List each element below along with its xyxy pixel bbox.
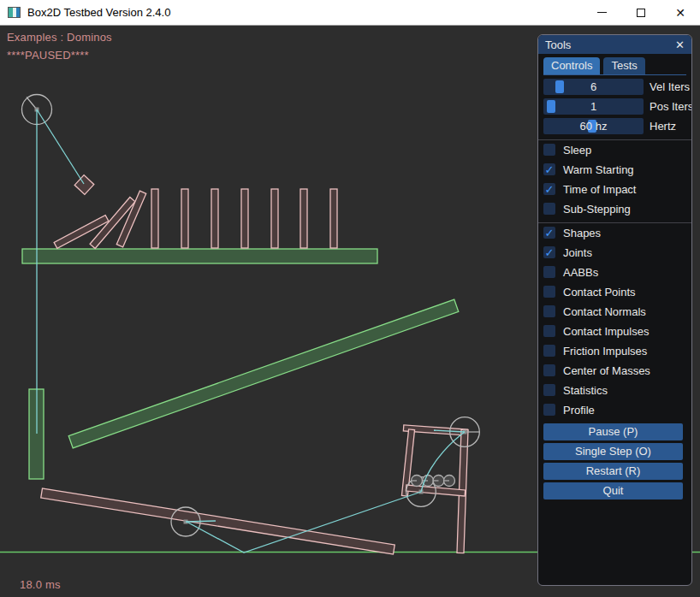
standing-domino-1 (151, 189, 158, 248)
checkbox[interactable]: ✓ (543, 246, 555, 258)
slider-track[interactable]: 6 (543, 79, 644, 95)
app-icon (8, 7, 21, 18)
checkbox[interactable] (543, 266, 555, 278)
check-icon: ✓ (545, 247, 555, 258)
check-icon: ✓ (545, 184, 555, 195)
checkbox[interactable] (543, 305, 555, 317)
checkbox[interactable] (543, 364, 555, 376)
button-restart-r[interactable]: Restart (R) (543, 463, 683, 480)
paused-label: ****PAUSED**** (7, 49, 89, 62)
separator (538, 222, 691, 223)
standing-domino-2 (181, 189, 188, 248)
checkbox-label: Sleep (563, 144, 591, 157)
slider-value: 60 hz (543, 118, 644, 134)
checkbox-group-2: ✓Shapes✓JointsAABBsContact PointsContact… (543, 227, 686, 416)
frame-time-label: 18.0 ms (20, 578, 61, 591)
checkbox[interactable] (543, 325, 555, 337)
standing-domino-6 (300, 189, 307, 248)
tab-tests[interactable]: Tests (603, 57, 644, 74)
checkbox-row-center-of-masses[interactable]: Center of Masses (543, 364, 686, 376)
slider-track[interactable]: 1 (543, 98, 644, 115)
checkbox-label: Contact Impulses (563, 325, 649, 338)
checkbox-label: Friction Impulses (563, 345, 647, 358)
checkbox-label: Joints (563, 246, 592, 259)
slider-label: Hertz (650, 120, 676, 133)
checkbox[interactable]: ✓ (543, 163, 555, 175)
standing-domino-5 (271, 189, 278, 248)
tools-tabbar: ControlsTests (543, 57, 686, 75)
checkbox[interactable]: ✓ (543, 183, 555, 195)
tools-panel-titlebar[interactable]: Tools ✕ (538, 35, 691, 54)
slider-hertz: 60 hzHertz (543, 118, 686, 134)
checkbox-row-aabbs[interactable]: AABBs (543, 266, 686, 278)
separator (538, 139, 691, 140)
standing-domino-3 (211, 189, 218, 248)
minimize-button[interactable] (582, 0, 621, 25)
tools-sliders: 6Vel Iters1Pos Iters60 hzHertz (543, 79, 686, 134)
checkbox-label: Statistics (563, 384, 608, 397)
checkbox[interactable] (543, 384, 555, 396)
standing-domino-4 (241, 189, 248, 248)
domino-platform (22, 249, 377, 263)
window-titlebar: Box2D Testbed Version 2.4.0 ✕ (0, 0, 700, 26)
example-label: Examples : Dominos (7, 31, 112, 44)
checkbox-row-warm-starting[interactable]: ✓Warm Starting (543, 163, 686, 175)
rope-to-pendulum (37, 109, 84, 184)
checkbox[interactable]: ✓ (543, 227, 555, 239)
slider-value: 6 (543, 79, 644, 95)
angled-plank (68, 299, 459, 448)
checkbox-row-profile[interactable]: Profile (543, 404, 686, 416)
checkbox-row-joints[interactable]: ✓Joints (543, 246, 686, 258)
pendulum-box (74, 175, 94, 195)
slider-pos-iters: 1Pos Iters (543, 98, 686, 115)
maximize-button[interactable] (621, 0, 661, 25)
check-icon: ✓ (545, 164, 555, 175)
checkbox-group-1: Sleep✓Warm Starting✓Time of ImpactSub-St… (543, 144, 686, 215)
standing-domino-7 (330, 189, 337, 248)
checkbox-row-contact-points[interactable]: Contact Points (543, 286, 686, 298)
checkbox[interactable] (543, 203, 555, 215)
slider-label: Vel Iters (650, 80, 690, 93)
checkbox-label: Sub-Stepping (563, 203, 631, 216)
checkbox-row-sub-stepping[interactable]: Sub-Stepping (543, 203, 686, 215)
checkbox-row-friction-impulses[interactable]: Friction Impulses (543, 345, 686, 357)
seesaw-plank (41, 488, 394, 554)
checkbox-label: Contact Normals (563, 305, 646, 318)
checkbox[interactable] (543, 345, 555, 357)
tab-controls[interactable]: Controls (543, 57, 600, 74)
button-quit[interactable]: Quit (543, 482, 683, 499)
tools-buttons: Pause (P)Single Step (O)Restart (R)Quit (543, 423, 686, 499)
slider-label: Pos Iters (650, 100, 692, 113)
checkbox[interactable] (543, 144, 555, 156)
check-icon: ✓ (545, 228, 555, 239)
tools-panel-title: Tools (545, 38, 571, 51)
checkbox-row-sleep[interactable]: Sleep (543, 144, 686, 156)
slider-vel-iters: 6Vel Iters (543, 79, 686, 95)
checkbox-label: Warm Starting (563, 163, 634, 176)
button-single-step-o[interactable]: Single Step (O) (543, 443, 683, 460)
checkbox-label: Contact Points (563, 286, 636, 298)
checkbox-label: Time of Impact (563, 183, 636, 196)
checkbox-row-shapes[interactable]: ✓Shapes (543, 227, 686, 239)
checkbox[interactable] (543, 286, 555, 298)
window-title: Box2D Testbed Version 2.4.0 (27, 6, 170, 19)
minimize-icon (597, 12, 607, 13)
checkbox-row-time-of-impact[interactable]: ✓Time of Impact (543, 183, 686, 195)
checkbox-label: Center of Masses (563, 364, 650, 377)
checkbox-label: Profile (563, 404, 595, 417)
tools-panel: Tools ✕ ControlsTests 6Vel Iters1Pos Ite… (537, 34, 692, 586)
checkbox-row-contact-impulses[interactable]: Contact Impulses (543, 325, 686, 337)
close-button[interactable]: ✕ (661, 0, 700, 25)
slider-track[interactable]: 60 hz (543, 118, 644, 134)
checkbox-label: Shapes (563, 227, 601, 239)
checkbox[interactable] (543, 404, 555, 416)
checkbox-row-statistics[interactable]: Statistics (543, 384, 686, 396)
close-icon: ✕ (675, 7, 685, 19)
maximize-icon (637, 9, 645, 17)
button-pause-p[interactable]: Pause (P) (543, 423, 683, 440)
tools-close-icon[interactable]: ✕ (675, 39, 685, 50)
slider-value: 1 (543, 98, 644, 115)
checkbox-label: AABBs (563, 266, 598, 279)
checkbox-row-contact-normals[interactable]: Contact Normals (543, 305, 686, 317)
